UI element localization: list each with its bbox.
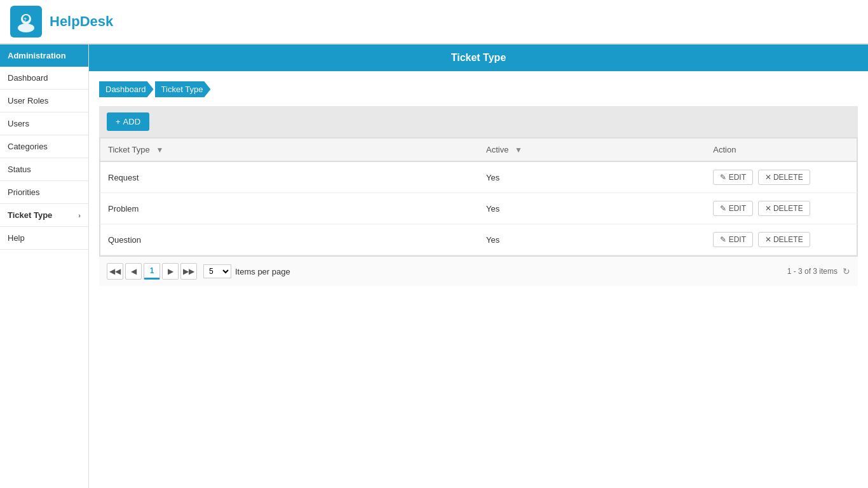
col-header-action: Action [705, 139, 857, 162]
content-area: Dashboard Ticket Type + ADD [89, 71, 868, 488]
page-title: Ticket Type [89, 44, 868, 71]
add-button[interactable]: + ADD [107, 112, 149, 131]
prev-page-icon: ◀ [131, 267, 137, 276]
col-header-active: Active ▼ [478, 139, 705, 162]
pagination-bar: ◀◀ ◀ 1 ▶ ▶▶ [99, 256, 858, 286]
data-table-container: Ticket Type ▼ Active ▼ Action [99, 137, 858, 256]
pencil-icon: ✎ [720, 235, 726, 244]
edit-button-1[interactable]: ✎ EDIT [713, 170, 753, 185]
sidebar-item-users[interactable]: Users [0, 112, 88, 135]
sidebar: Administration Dashboard User Roles User… [0, 44, 89, 488]
ticket-type-table: Ticket Type ▼ Active ▼ Action [100, 138, 857, 255]
plus-icon: + [116, 117, 121, 126]
pagination-nav: ◀◀ ◀ 1 ▶ ▶▶ [107, 263, 197, 280]
first-page-button[interactable]: ◀◀ [107, 263, 123, 280]
app-header: ? HelpDesk [0, 0, 868, 44]
cell-action: ✎ EDIT ✕ DELETE [705, 193, 857, 224]
table-row: Problem Yes ✎ EDIT ✕ DELETE [100, 193, 857, 224]
refresh-icon: ↻ [843, 266, 850, 276]
items-count-label: 1 - 3 of 3 items [787, 267, 837, 276]
sidebar-item-categories[interactable]: Categories [0, 135, 88, 158]
main-layout: Administration Dashboard User Roles User… [0, 44, 868, 488]
refresh-button[interactable]: ↻ [843, 266, 850, 276]
col-header-ticket-type: Ticket Type ▼ [100, 139, 479, 162]
toolbar: + ADD [99, 106, 858, 137]
chevron-right-icon: › [78, 212, 81, 219]
next-page-icon: ▶ [168, 267, 173, 276]
cell-active: Yes [478, 161, 705, 193]
sidebar-admin-label: Administration [0, 44, 88, 67]
items-info: 1 - 3 of 3 items ↻ [787, 266, 850, 276]
delete-button-3[interactable]: ✕ DELETE [758, 232, 810, 247]
main-content: Ticket Type Dashboard Ticket Type + ADD [89, 44, 868, 488]
edit-button-2[interactable]: ✎ EDIT [713, 201, 753, 216]
cell-ticket-type: Question [100, 224, 479, 255]
svg-point-1 [18, 24, 34, 32]
sidebar-item-priorities[interactable]: Priorities [0, 181, 88, 204]
items-per-page-label: Items per page [235, 267, 290, 276]
cell-action: ✎ EDIT ✕ DELETE [705, 161, 857, 193]
edit-button-3[interactable]: ✎ EDIT [713, 232, 753, 247]
times-icon: ✕ [765, 204, 771, 213]
pencil-icon: ✎ [720, 173, 726, 182]
prev-page-button[interactable]: ◀ [125, 263, 142, 280]
sidebar-item-status[interactable]: Status [0, 158, 88, 181]
app-logo: ? [10, 6, 42, 37]
filter-ticket-type-icon[interactable]: ▼ [156, 146, 163, 154]
filter-active-icon[interactable]: ▼ [515, 146, 522, 154]
table-row: Question Yes ✎ EDIT ✕ DELETE [100, 224, 857, 255]
last-page-button[interactable]: ▶▶ [180, 263, 197, 280]
breadcrumb-dashboard[interactable]: Dashboard [99, 81, 154, 97]
times-icon: ✕ [765, 173, 771, 182]
sidebar-item-help[interactable]: Help [0, 227, 88, 250]
current-page-label: 1 [150, 266, 154, 275]
last-page-icon: ▶▶ [183, 267, 194, 276]
sidebar-item-dashboard[interactable]: Dashboard [0, 67, 88, 90]
delete-button-2[interactable]: ✕ DELETE [758, 201, 810, 216]
cell-action: ✎ EDIT ✕ DELETE [705, 224, 857, 255]
sidebar-item-user-roles[interactable]: User Roles [0, 90, 88, 112]
svg-text:?: ? [24, 17, 27, 22]
first-page-icon: ◀◀ [109, 267, 121, 276]
page-number-button[interactable]: 1 [144, 263, 160, 280]
delete-button-1[interactable]: ✕ DELETE [758, 170, 810, 185]
breadcrumb-ticket-type[interactable]: Ticket Type [155, 81, 211, 97]
breadcrumb: Dashboard Ticket Type [99, 81, 858, 97]
sidebar-item-ticket-type[interactable]: Ticket Type › [0, 204, 88, 227]
pencil-icon: ✎ [720, 204, 726, 213]
next-page-button[interactable]: ▶ [162, 263, 179, 280]
items-per-page-control: 5 10 20 50 Items per page [203, 264, 290, 278]
cell-active: Yes [478, 193, 705, 224]
cell-active: Yes [478, 224, 705, 255]
items-per-page-select[interactable]: 5 10 20 50 [203, 264, 231, 278]
table-row: Request Yes ✎ EDIT ✕ DELETE [100, 161, 857, 193]
times-icon: ✕ [765, 235, 771, 244]
app-title: HelpDesk [50, 13, 113, 30]
cell-ticket-type: Request [100, 161, 479, 193]
cell-ticket-type: Problem [100, 193, 479, 224]
